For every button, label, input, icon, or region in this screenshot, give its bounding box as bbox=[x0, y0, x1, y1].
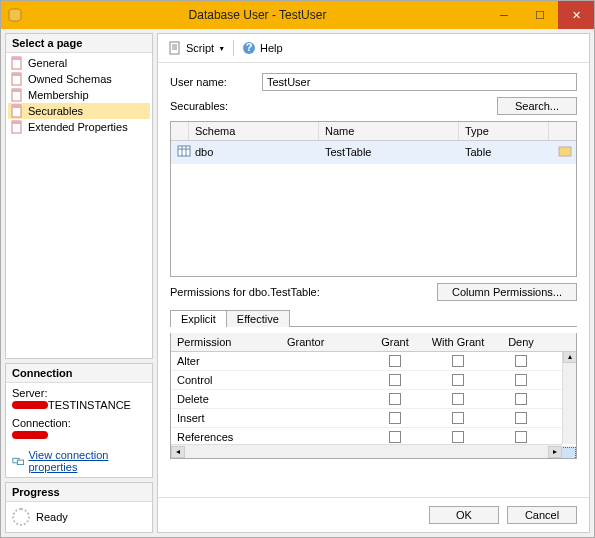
spinner-icon bbox=[12, 508, 30, 526]
permissions-grid[interactable]: Permission Grantor Grant With Grant Deny… bbox=[170, 333, 577, 459]
page-icon bbox=[10, 56, 24, 70]
connection-header: Connection bbox=[6, 364, 152, 383]
page-icon bbox=[10, 72, 24, 86]
col-grantor[interactable]: Grantor bbox=[281, 333, 367, 351]
deny-checkbox[interactable] bbox=[515, 412, 527, 424]
sidebar-item-extended-properties[interactable]: Extended Properties bbox=[8, 119, 150, 135]
col-schema[interactable]: Schema bbox=[189, 122, 319, 140]
securables-row[interactable]: dbo TestTable Table bbox=[171, 141, 576, 164]
permissions-grid-header: Permission Grantor Grant With Grant Deny bbox=[171, 333, 576, 352]
toolbar: Script ▼ ? Help bbox=[158, 34, 589, 63]
withgrant-checkbox[interactable] bbox=[452, 412, 464, 424]
page-list: General Owned Schemas Membership Securab… bbox=[6, 53, 152, 141]
scroll-left-icon[interactable]: ◂ bbox=[171, 446, 185, 458]
grant-checkbox[interactable] bbox=[389, 374, 401, 386]
page-selector-header: Select a page bbox=[6, 34, 152, 53]
window: Database User - TestUser ─ ☐ ✕ Select a … bbox=[0, 0, 595, 538]
help-button[interactable]: ? Help bbox=[242, 41, 283, 55]
tab-effective[interactable]: Effective bbox=[226, 310, 290, 327]
sidebar-item-membership[interactable]: Membership bbox=[8, 87, 150, 103]
permission-row[interactable]: Alter bbox=[171, 352, 576, 371]
connection-body: Server: TESTINSTANCE Connection: View co… bbox=[6, 383, 152, 477]
page-icon bbox=[10, 104, 24, 118]
scroll-up-icon[interactable]: ▴ bbox=[563, 351, 577, 363]
dialog-footer: OK Cancel bbox=[158, 497, 589, 532]
perm-name: Alter bbox=[171, 352, 281, 370]
left-pane: Select a page General Owned Schemas Memb… bbox=[5, 33, 153, 533]
svg-rect-2 bbox=[12, 57, 21, 60]
svg-text:?: ? bbox=[246, 41, 253, 53]
redacted-icon bbox=[12, 431, 48, 439]
permission-row[interactable]: Control bbox=[171, 371, 576, 390]
close-button[interactable]: ✕ bbox=[558, 1, 594, 29]
search-button[interactable]: Search... bbox=[497, 97, 577, 115]
permission-row[interactable]: Delete bbox=[171, 390, 576, 409]
perm-name: Control bbox=[171, 371, 281, 389]
col-permission[interactable]: Permission bbox=[171, 333, 281, 351]
perm-name: Insert bbox=[171, 409, 281, 427]
scrollbar-vertical[interactable]: ▴ bbox=[562, 351, 576, 444]
column-permissions-button[interactable]: Column Permissions... bbox=[437, 283, 577, 301]
col-name[interactable]: Name bbox=[319, 122, 459, 140]
chevron-down-icon: ▼ bbox=[218, 45, 225, 52]
securables-grid[interactable]: Schema Name Type dbo TestTable Table bbox=[170, 121, 577, 277]
browse-icon[interactable] bbox=[558, 144, 572, 158]
ok-button[interactable]: OK bbox=[429, 506, 499, 524]
permission-row[interactable]: Insert bbox=[171, 409, 576, 428]
sidebar-item-owned-schemas[interactable]: Owned Schemas bbox=[8, 71, 150, 87]
col-withgrant[interactable]: With Grant bbox=[423, 333, 493, 351]
window-title: Database User - TestUser bbox=[29, 8, 486, 22]
progress-body: Ready bbox=[6, 502, 152, 532]
svg-rect-12 bbox=[17, 460, 23, 464]
sidebar-item-securables[interactable]: Securables bbox=[8, 103, 150, 119]
username-label: User name: bbox=[170, 76, 252, 88]
col-deny[interactable]: Deny bbox=[493, 333, 549, 351]
maximize-button[interactable]: ☐ bbox=[522, 1, 558, 29]
separator bbox=[233, 40, 234, 56]
script-icon bbox=[168, 41, 182, 55]
page-icon bbox=[10, 120, 24, 134]
username-row: User name: bbox=[170, 73, 577, 91]
server-label: Server: bbox=[12, 387, 146, 399]
right-pane: Script ▼ ? Help User name: Securables: S… bbox=[157, 33, 590, 533]
deny-checkbox[interactable] bbox=[515, 431, 527, 443]
window-buttons: ─ ☐ ✕ bbox=[486, 1, 594, 29]
scrollbar-horizontal[interactable]: ◂▸ bbox=[171, 444, 562, 458]
view-connection-row: View connection properties bbox=[12, 449, 146, 473]
script-button[interactable]: Script ▼ bbox=[168, 41, 225, 55]
connection-value bbox=[12, 429, 146, 441]
username-input[interactable] bbox=[262, 73, 577, 91]
svg-rect-13 bbox=[170, 42, 179, 54]
deny-checkbox[interactable] bbox=[515, 393, 527, 405]
connection-icon bbox=[12, 454, 24, 468]
deny-checkbox[interactable] bbox=[515, 355, 527, 367]
cancel-button[interactable]: Cancel bbox=[507, 506, 577, 524]
view-connection-link[interactable]: View connection properties bbox=[28, 449, 146, 473]
scroll-right-icon[interactable]: ▸ bbox=[548, 446, 562, 458]
progress-header: Progress bbox=[6, 483, 152, 502]
progress-panel: Progress Ready bbox=[5, 482, 153, 533]
permissions-label: Permissions for dbo.TestTable: bbox=[170, 286, 437, 298]
col-grant[interactable]: Grant bbox=[367, 333, 423, 351]
permissions-header-row: Permissions for dbo.TestTable: Column Pe… bbox=[170, 283, 577, 301]
grant-checkbox[interactable] bbox=[389, 412, 401, 424]
minimize-button[interactable]: ─ bbox=[486, 1, 522, 29]
tab-explicit[interactable]: Explicit bbox=[170, 310, 227, 327]
grant-checkbox[interactable] bbox=[389, 431, 401, 443]
perm-grantor bbox=[281, 390, 367, 408]
withgrant-checkbox[interactable] bbox=[452, 374, 464, 386]
grant-checkbox[interactable] bbox=[389, 355, 401, 367]
titlebar: Database User - TestUser ─ ☐ ✕ bbox=[1, 1, 594, 29]
withgrant-checkbox[interactable] bbox=[452, 393, 464, 405]
withgrant-checkbox[interactable] bbox=[452, 431, 464, 443]
content: Select a page General Owned Schemas Memb… bbox=[1, 29, 594, 537]
withgrant-checkbox[interactable] bbox=[452, 355, 464, 367]
permissions-tabs: Explicit Effective bbox=[170, 309, 577, 327]
col-type[interactable]: Type bbox=[459, 122, 549, 140]
progress-status: Ready bbox=[36, 511, 68, 523]
sidebar-item-general[interactable]: General bbox=[8, 55, 150, 71]
grant-checkbox[interactable] bbox=[389, 393, 401, 405]
perm-grantor bbox=[281, 371, 367, 389]
deny-checkbox[interactable] bbox=[515, 374, 527, 386]
perm-grantor bbox=[281, 409, 367, 427]
